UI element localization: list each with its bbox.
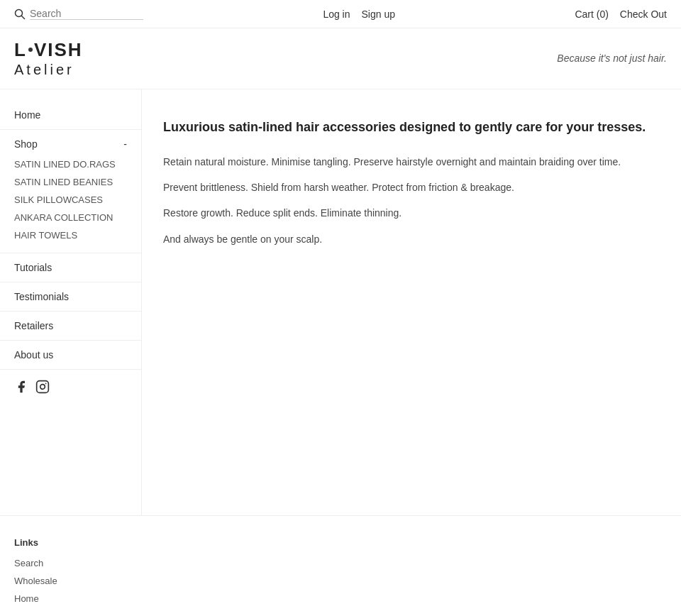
site-header: LVISH Atelier Because it's not just hair…	[0, 28, 681, 89]
facebook-icon-link[interactable]	[14, 380, 28, 397]
sidebar-item-shop[interactable]: Shop -	[0, 133, 141, 155]
social-links	[0, 373, 141, 405]
sidebar-sub-item-do-rags[interactable]: SATIN LINED DO.RAGS	[0, 155, 141, 173]
sidebar-item-tutorials[interactable]: Tutorials	[0, 256, 141, 279]
sidebar-sub-item-ankara[interactable]: ANKARA COLLECTION	[0, 209, 141, 226]
main-body: Retain natural moisture. Minimise tangli…	[163, 154, 660, 248]
sidebar-item-testimonials[interactable]: Testimonials	[0, 285, 141, 308]
cart-link[interactable]: Cart (0)	[575, 9, 608, 20]
footer-link-search[interactable]: Search	[14, 558, 667, 568]
main-line1: Retain natural moisture. Minimise tangli…	[163, 154, 660, 170]
divider-testimonials	[0, 311, 141, 312]
main-headline: Luxurious satin-lined hair accessories d…	[163, 118, 660, 137]
footer-links-heading: Links	[14, 537, 667, 548]
divider-shop	[0, 253, 141, 253]
sidebar-item-retailers[interactable]: Retailers	[0, 314, 141, 337]
sidebar-sub-item-beanies[interactable]: SATIN LINED BEANIES	[0, 173, 141, 191]
sidebar-shop-label: Shop	[14, 138, 38, 150]
footer-link-home[interactable]: Home	[14, 593, 667, 604]
top-nav-links: Log in Sign up	[323, 9, 395, 20]
divider-retailers	[0, 340, 141, 341]
sidebar-shop-toggle: -	[123, 138, 127, 150]
svg-rect-2	[37, 380, 49, 392]
sidebar-sub-item-hair-towels[interactable]: HAIR TOWELS	[0, 226, 141, 244]
search-icon	[14, 9, 26, 20]
footer: Links Search Wholesale Home	[0, 515, 681, 616]
main-layout: Home Shop - SATIN LINED DO.RAGS SATIN LI…	[0, 89, 681, 515]
search-input[interactable]	[30, 8, 143, 20]
logo-lavish: LVISH	[14, 40, 83, 60]
cart-area: Cart (0) Check Out	[575, 9, 667, 20]
sidebar: Home Shop - SATIN LINED DO.RAGS SATIN LI…	[0, 89, 142, 515]
login-link[interactable]: Log in	[323, 9, 350, 20]
logo-atelier: Atelier	[14, 62, 83, 77]
sidebar-item-about[interactable]: About us	[0, 343, 141, 366]
divider-about	[0, 369, 141, 370]
sidebar-sub-item-pillowcases[interactable]: SILK PILLOWCASES	[0, 191, 141, 209]
checkout-link[interactable]: Check Out	[620, 9, 667, 20]
main-content: Luxurious satin-lined hair accessories d…	[142, 89, 681, 515]
instagram-icon-link[interactable]	[35, 380, 50, 397]
search-area	[14, 8, 143, 20]
tagline: Because it's not just hair.	[557, 53, 667, 64]
footer-link-wholesale[interactable]: Wholesale	[14, 576, 667, 586]
sidebar-submenu-shop: SATIN LINED DO.RAGS SATIN LINED BEANIES …	[0, 155, 141, 250]
divider-tutorials	[0, 282, 141, 282]
divider-home	[0, 129, 141, 130]
main-line2: Prevent brittleness. Shield from harsh w…	[163, 180, 660, 195]
logo-dot	[28, 48, 33, 52]
signup-link[interactable]: Sign up	[362, 9, 395, 20]
logo-area: LVISH Atelier	[14, 40, 83, 77]
svg-line-1	[22, 16, 25, 18]
sidebar-item-home[interactable]: Home	[0, 104, 141, 126]
top-bar: Log in Sign up Cart (0) Check Out	[0, 0, 681, 28]
main-line4: And always be gentle on your scalp.	[163, 231, 660, 247]
main-line3: Restore growth. Reduce split ends. Elimi…	[163, 205, 660, 221]
